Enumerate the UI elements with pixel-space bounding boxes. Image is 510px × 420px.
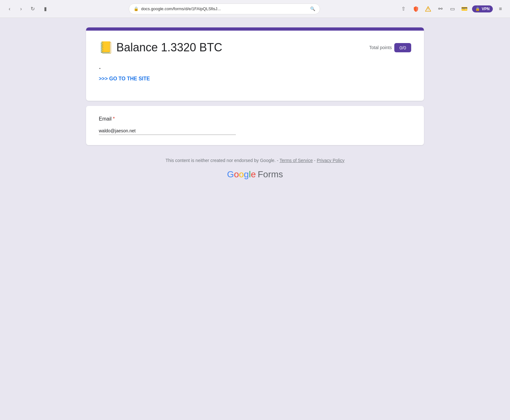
brave-shield-icon[interactable] (412, 4, 420, 13)
title-emoji: 📒 (99, 41, 113, 54)
vpn-icon: 🔒 (475, 7, 480, 11)
form-card: 📒 Balance 1.3320 BTC Total points 0/0 . … (86, 27, 424, 101)
wallet-icon[interactable]: 💳 (460, 4, 469, 13)
url-text: docs.google.com/forms/d/e/1FAIpQLSfisJ..… (141, 6, 221, 11)
google-logo-text: Google (227, 169, 256, 180)
menu-icon[interactable]: ≡ (496, 4, 505, 13)
google-forms-logo: Google Forms (86, 169, 424, 180)
extensions-icon[interactable]: ⚯ (436, 4, 445, 13)
back-button[interactable]: ‹ (5, 4, 14, 13)
disclaimer-text: This content is neither created nor endo… (165, 158, 278, 163)
title-text: Balance 1.3320 BTC (116, 41, 222, 54)
points-wrapper: Total points 0/0 (369, 43, 411, 52)
accent-bar (86, 27, 424, 31)
split-view-icon[interactable]: ▭ (448, 4, 457, 13)
card-body: 📒 Balance 1.3320 BTC Total points 0/0 . … (86, 31, 424, 101)
nav-buttons: ‹ › ↻ (5, 4, 37, 13)
address-bar[interactable]: 🔒 docs.google.com/forms/d/e/1FAIpQLSfisJ… (129, 4, 320, 14)
points-badge: 0/0 (394, 43, 411, 52)
email-input[interactable] (99, 127, 236, 135)
vpn-label: VPN (482, 7, 490, 11)
page-content: 📒 Balance 1.3320 BTC Total points 0/0 . … (0, 18, 510, 420)
site-link[interactable]: >>> GO TO THE SITE (99, 76, 150, 81)
footer-disclaimer: This content is neither created nor endo… (86, 158, 424, 163)
email-card: Email * (86, 106, 424, 145)
tos-link[interactable]: Terms of Service (280, 158, 313, 163)
card-header: 📒 Balance 1.3320 BTC Total points 0/0 (99, 41, 411, 54)
form-dot: . (99, 62, 411, 71)
privacy-link[interactable]: Privacy Policy (317, 158, 345, 163)
zoom-icon: 🔍 (310, 6, 315, 11)
required-star: * (113, 116, 115, 122)
form-title: 📒 Balance 1.3320 BTC (99, 41, 222, 54)
browser-chrome: ‹ › ↻ ▮ 🔒 docs.google.com/forms/d/e/1FAI… (0, 0, 510, 18)
secure-icon: 🔒 (134, 6, 139, 11)
footer: This content is neither created nor endo… (86, 150, 424, 187)
bookmark-button[interactable]: ▮ (41, 4, 50, 13)
reload-button[interactable]: ↻ (28, 4, 37, 13)
separator: - (314, 158, 317, 163)
browser-actions: ⚯ ▭ 💳 🔒 VPN ≡ (412, 4, 505, 13)
email-label: Email * (99, 116, 411, 122)
share-button[interactable]: ⇧ (399, 4, 408, 13)
forward-button[interactable]: › (17, 4, 26, 13)
email-label-text: Email (99, 116, 112, 122)
forms-logo-text: Forms (258, 169, 283, 180)
alert-icon[interactable] (424, 4, 433, 13)
points-label: Total points (369, 45, 392, 50)
vpn-badge[interactable]: 🔒 VPN (472, 5, 493, 12)
svg-point-2 (428, 10, 428, 11)
